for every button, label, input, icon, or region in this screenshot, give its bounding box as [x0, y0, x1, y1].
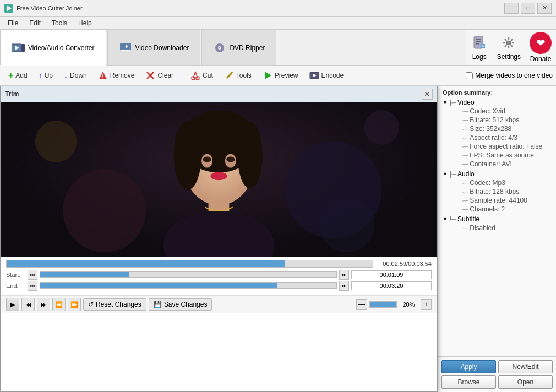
audio-expand-icon[interactable]: ▼: [443, 171, 448, 177]
seek-bar[interactable]: [6, 260, 373, 268]
donate-heart-icon: ❤: [530, 32, 552, 54]
channels-value: Channels: 2: [470, 205, 505, 213]
end-time-input[interactable]: [351, 281, 432, 290]
end-go-begin-button[interactable]: ⏮: [28, 281, 37, 291]
tree-aspect: ├─ Aspect ratio: 4/3: [443, 133, 552, 142]
menu-tools[interactable]: Tools: [46, 18, 73, 28]
end-bar-fill: [40, 283, 277, 288]
encode-button[interactable]: Encode: [304, 68, 349, 83]
encode-label: Encode: [321, 72, 344, 79]
minimize-button[interactable]: —: [504, 3, 519, 14]
save-changes-button[interactable]: 💾 Save Changes: [149, 298, 212, 311]
settings-button[interactable]: Settings: [493, 32, 525, 63]
start-row: Start: ⏮ ⏭: [6, 270, 432, 280]
tab-dvd-ripper[interactable]: DVD Ripper: [201, 30, 276, 65]
svg-line-26: [505, 45, 506, 47]
close-button[interactable]: ✕: [537, 3, 552, 14]
open-button[interactable]: Open: [498, 375, 553, 389]
sample-rate-value: Sample rate: 44100: [470, 197, 527, 204]
start-go-end-button[interactable]: ⏭: [339, 270, 349, 280]
end-row: End: ⏮ ⏭: [6, 281, 432, 291]
merge-checkbox-area[interactable]: Merge videos to one video: [466, 72, 553, 79]
tools-button[interactable]: Tools: [219, 68, 257, 83]
logs-label: Logs: [472, 53, 487, 61]
end-go-end-button[interactable]: ⏭: [339, 281, 349, 291]
donate-button[interactable]: ❤ Donate: [525, 30, 556, 65]
logs-button[interactable]: Logs: [466, 32, 493, 63]
video-expand-icon[interactable]: ▼: [443, 100, 448, 105]
maximize-button[interactable]: □: [521, 3, 535, 14]
trim-title-text: Trim: [5, 90, 422, 98]
tab-video-audio-converter[interactable]: Video/Audio Converter: [0, 30, 106, 66]
up-icon: ↑: [39, 71, 42, 80]
dvd-icon: [213, 41, 226, 55]
cut-button[interactable]: Cut: [186, 68, 218, 83]
tree-audio-label: Audio: [457, 170, 475, 178]
merge-checkbox[interactable]: [466, 72, 473, 79]
force-aspect-value: Force aspect ratio: False: [470, 143, 542, 150]
right-panel-buttons: Apply New/Edit Browse Open: [438, 356, 556, 392]
seek-area: 00:02:59/00:03:54 Start: ⏮ ⏭: [1, 257, 437, 295]
total-time-display: 00:02:59/00:03:54: [377, 260, 432, 267]
reset-label: Reset Changes: [96, 301, 141, 308]
svg-rect-3: [21, 44, 25, 52]
remove-button[interactable]: Remove: [93, 68, 140, 83]
save-label: Save Changes: [164, 301, 208, 308]
tools-label: Tools: [236, 72, 252, 79]
trim-title-bar: Trim ✕: [1, 86, 437, 102]
menu-edit[interactable]: Edit: [24, 18, 46, 28]
up-button[interactable]: ↑ Up: [34, 68, 58, 83]
tree-force-aspect: ├─ Force aspect ratio: False: [443, 142, 552, 151]
up-label: Up: [45, 72, 53, 79]
down-button[interactable]: ↓ Down: [59, 68, 92, 83]
option-summary-title: Option summary:: [443, 89, 552, 96]
save-icon: 💾: [154, 301, 162, 308]
svg-rect-13: [476, 41, 481, 42]
preview-button[interactable]: Preview: [258, 68, 303, 83]
tab-label-dvd: DVD Ripper: [230, 44, 265, 52]
app-icon: [4, 4, 13, 13]
svg-point-42: [35, 121, 77, 162]
fast-forward-button[interactable]: ⏩: [68, 298, 81, 311]
toolbar: + Add ↑ Up ↓ Down Remove Clear Cut Tools: [0, 66, 556, 86]
reset-changes-button[interactable]: ↺ Reset Changes: [83, 298, 146, 311]
clear-button[interactable]: Clear: [140, 68, 178, 83]
start-time-input[interactable]: [351, 270, 432, 279]
settings-icon: [500, 34, 517, 52]
tab-video-downloader[interactable]: Video Downloader: [107, 30, 201, 65]
tree-subtitle-node: ▼ └─ Subtitle: [443, 215, 552, 224]
start-go-begin-button[interactable]: ⏮: [28, 270, 37, 280]
go-end-button[interactable]: ⏭: [37, 298, 50, 311]
menu-help[interactable]: Help: [73, 18, 97, 28]
add-button[interactable]: + Add: [3, 68, 32, 83]
preview-label: Preview: [275, 72, 298, 79]
end-bar[interactable]: [40, 282, 337, 289]
encode-icon: [309, 70, 319, 80]
new-edit-button[interactable]: New/Edit: [498, 360, 553, 373]
apply-button[interactable]: Apply: [441, 360, 496, 373]
start-bar[interactable]: [40, 271, 337, 278]
svg-line-25: [511, 39, 513, 41]
menu-bar: File Edit Tools Help: [0, 17, 556, 30]
codec-value: Codec: Xvid: [470, 107, 505, 115]
zoom-minus-button[interactable]: —: [356, 299, 367, 310]
trim-dialog: Trim ✕: [0, 86, 438, 392]
play-button[interactable]: ▶: [6, 298, 19, 311]
down-icon: ↓: [64, 71, 68, 80]
go-start-button[interactable]: ⏮: [21, 298, 35, 311]
tab-label-downloader: Video Downloader: [135, 44, 189, 52]
tree-subtitle-value: └─ Disabled: [443, 224, 552, 232]
tree-bitrate: ├─ Bitrate: 512 kbps: [443, 116, 552, 124]
subtitle-expand-icon[interactable]: ▼: [443, 216, 448, 222]
svg-marker-38: [265, 72, 271, 79]
tree-video-node: ▼ ├─ Video: [443, 98, 552, 107]
main-seek-bar: 00:02:59/00:03:54: [6, 260, 432, 268]
zoom-plus-button[interactable]: +: [421, 299, 432, 310]
tree-channels: └─ Channels: 2: [443, 205, 552, 214]
trim-close-button[interactable]: ✕: [422, 89, 433, 100]
option-summary-area: Option summary: ▼ ├─ Video ├─ Codec: Xvi…: [438, 86, 556, 356]
menu-file[interactable]: File: [2, 18, 24, 28]
rewind-button[interactable]: ⏪: [52, 298, 66, 311]
browse-button[interactable]: Browse: [441, 375, 496, 389]
reset-icon: ↺: [88, 301, 94, 308]
